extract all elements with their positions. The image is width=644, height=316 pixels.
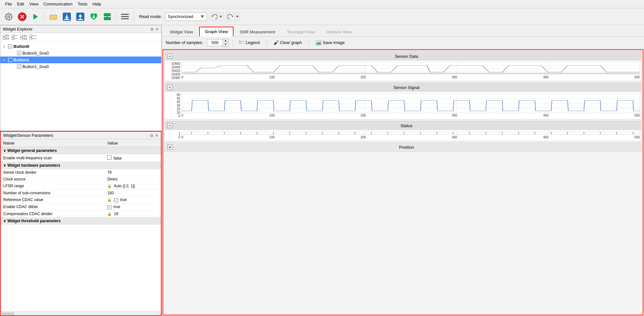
section-general[interactable]: ∨Widget general parameters — [1, 147, 161, 154]
tree-item-button0-sns0[interactable]: Button0_Sns0 — [0, 50, 161, 57]
ctrl-separator-1 — [232, 40, 233, 46]
menu-file[interactable]: File — [3, 1, 14, 7]
tab-widget-view[interactable]: Widget View — [164, 27, 198, 37]
undo-dropdown[interactable] — [219, 13, 223, 21]
samples-input[interactable] — [207, 39, 223, 46]
legend-label: Legend — [246, 40, 260, 45]
program-button[interactable] — [88, 11, 100, 23]
checkbox-button1[interactable]: ✓ — [8, 58, 12, 62]
tree-toolbar — [0, 33, 161, 42]
lock-icon-ref-cdac: 🔒 — [107, 198, 112, 202]
tab-gesture-view: Gesture View — [321, 27, 357, 37]
sensor-signal-header: − Sensor Signal — [165, 83, 641, 92]
checkbox-ref-cdac[interactable] — [114, 198, 118, 202]
lock-icon-comp-cdac: 🔒 — [107, 212, 112, 216]
status-section: − Status 1 0 — [164, 121, 641, 141]
spinner-down[interactable]: ▼ — [223, 43, 228, 46]
sensor-signal-collapse[interactable]: − — [167, 85, 172, 90]
param-sense-clock: Sense clock divider 76 — [1, 169, 161, 176]
checkbox-button0-sns0[interactable] — [17, 51, 21, 55]
svg-rect-18 — [104, 13, 110, 16]
import-button[interactable] — [61, 11, 73, 23]
save-image-button[interactable]: Save image — [313, 39, 348, 47]
samples-input-group: ▲ ▼ — [207, 39, 228, 47]
stack-button[interactable] — [101, 11, 113, 23]
label-button0-sns0: Button0_Sns0 — [22, 51, 49, 56]
params-restore-button[interactable]: ⧉ — [150, 133, 153, 138]
widget-explorer-header: Widget Explorer ⧉ ✕ — [0, 25, 161, 33]
panel-controls: ⧉ ✕ — [151, 27, 159, 31]
menu-help[interactable]: Help — [90, 1, 104, 7]
expand-all-button[interactable] — [2, 34, 9, 40]
restore-button[interactable]: ⧉ — [151, 27, 154, 31]
tree-item-button1-sns0[interactable]: Button1_Sns0 — [0, 63, 161, 70]
redo-dropdown[interactable] — [235, 13, 240, 21]
params-close-button[interactable]: ✕ — [155, 133, 158, 138]
param-value-clock-source[interactable]: Direct — [105, 176, 161, 183]
widget-explorer-title: Widget Explorer — [3, 27, 32, 31]
collapse-children-button[interactable] — [29, 34, 36, 40]
stop-button[interactable] — [16, 11, 28, 23]
legend-button[interactable]: Legend — [236, 39, 262, 46]
open-file-button[interactable] — [47, 11, 59, 23]
svg-rect-10 — [64, 19, 69, 20]
read-mode-dropdown[interactable]: Synchronized — [165, 13, 207, 21]
param-value-lfsr-range[interactable]: 🔒 Auto ([-2; 1]) — [105, 183, 161, 190]
section-hardware[interactable]: ∨Widget hardware parameters — [1, 162, 161, 169]
menu-tools[interactable]: Tools — [75, 1, 90, 7]
menu-edit[interactable]: Edit — [14, 1, 27, 7]
param-enable-multi-freq: Enable multi-frequency scan false — [1, 154, 161, 162]
param-value-enable-multi-freq[interactable]: false — [105, 154, 161, 162]
clear-graph-button[interactable]: 🖌 Clear graph — [271, 39, 305, 47]
col-name: Name — [1, 139, 105, 147]
close-button[interactable]: ✕ — [155, 27, 159, 31]
position-expand-btn[interactable]: + — [167, 145, 172, 150]
param-name-cdac-dither: Enable CDAC dither — [1, 203, 105, 210]
sensor-signal-y-axis: 60 50 40 30 20 10 0 — [165, 93, 181, 118]
menu-view[interactable]: View — [27, 1, 41, 7]
tab-bar: Widget View Graph View SNR Measurement T… — [162, 25, 644, 37]
tree-item-button1[interactable]: ∨ ✓ Button1 — [0, 57, 161, 63]
label-button1: Button1 — [13, 57, 29, 62]
tab-graph-view[interactable]: Graph View — [199, 27, 234, 37]
checkbox-button0[interactable] — [8, 44, 12, 48]
param-name-ref-cdac: Reference CDAC value — [1, 196, 105, 203]
settings-button[interactable] — [3, 11, 15, 23]
sensor-data-collapse[interactable]: − — [167, 54, 172, 59]
param-value-cdac-dither[interactable]: true — [105, 203, 161, 210]
tab-snr-measurement[interactable]: SNR Measurement — [234, 27, 281, 37]
checkbox-button1-sns0[interactable] — [17, 65, 21, 69]
export-button[interactable] — [74, 11, 86, 23]
checkbox-cdac-dither[interactable] — [107, 205, 111, 209]
svg-rect-33 — [3, 38, 5, 40]
svg-rect-40 — [20, 35, 23, 37]
main-layout: Widget Explorer ⧉ ✕ — [0, 25, 644, 316]
graph-controls: Number of samples: ▲ ▼ Legend — [162, 37, 644, 49]
params-title: Widget/Sensor Parameters — [3, 133, 53, 138]
param-value-comp-cdac[interactable]: 🔒 19 — [105, 210, 161, 217]
sensor-signal-title: Sensor Signal — [174, 85, 639, 90]
save-image-icon — [316, 40, 322, 45]
undo-button[interactable] — [209, 13, 219, 21]
param-value-sub-conversions[interactable]: 160 — [105, 189, 161, 196]
menu-communication[interactable]: Communication — [41, 1, 75, 7]
param-value-sense-clock[interactable]: 76 — [105, 169, 161, 176]
svg-rect-47 — [29, 38, 32, 40]
collapse-all-button[interactable] — [11, 34, 18, 40]
status-header: − Status — [165, 121, 641, 130]
spinner-up[interactable]: ▲ — [223, 39, 228, 43]
params-panel: Widget/Sensor Parameters ⧉ ✕ Name Value — [0, 131, 162, 316]
redo-button[interactable] — [226, 13, 235, 21]
widget-explorer-panel: Widget Explorer ⧉ ✕ — [0, 25, 162, 131]
svg-rect-38 — [12, 38, 14, 40]
tree-item-button0[interactable]: ∨ Button0 — [0, 43, 161, 50]
sensor-data-svg — [182, 62, 640, 75]
list-button[interactable] — [119, 11, 131, 23]
horizontal-scrollbar[interactable]: › — [1, 312, 161, 315]
param-value-ref-cdac[interactable]: 🔒 true — [105, 196, 161, 203]
expand-children-button[interactable] — [20, 34, 27, 40]
status-collapse[interactable]: − — [167, 123, 172, 128]
section-threshold[interactable]: ∨Widget threshold parameters — [1, 217, 161, 225]
checkbox-enable-multi-freq[interactable] — [107, 155, 111, 160]
play-button[interactable] — [30, 11, 42, 23]
